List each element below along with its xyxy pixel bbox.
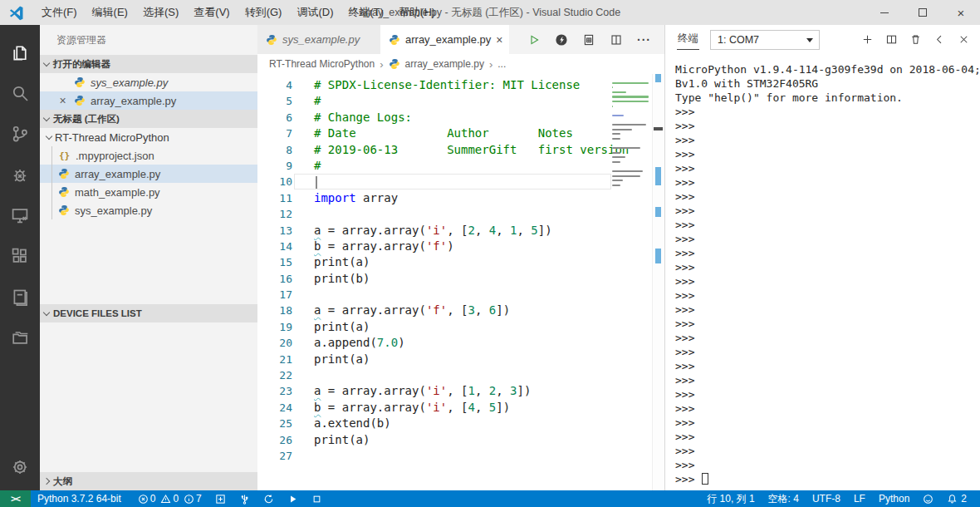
terminal-prompt-line: >>>: [675, 401, 980, 416]
menu-帮助(H)[interactable]: 帮助(H): [391, 5, 443, 20]
run-file-button[interactable]: [527, 33, 541, 47]
feedback-button[interactable]: [916, 494, 940, 505]
chevron-right-icon: [43, 478, 50, 485]
tree-file-math_example.py[interactable]: math_example.py: [40, 183, 257, 201]
settings-gear-icon[interactable]: [0, 446, 40, 487]
remote-indicator[interactable]: ><: [0, 490, 31, 507]
problems-item[interactable]: 0 0 7: [128, 490, 208, 507]
extensions-icon[interactable]: [0, 235, 40, 276]
device-monitor-icon[interactable]: [0, 194, 40, 235]
code-line-5[interactable]: 5#: [257, 93, 664, 109]
close-icon[interactable]: ×: [56, 95, 69, 106]
code-line-20[interactable]: 20a.append(7.0): [257, 335, 664, 351]
device-folders-icon[interactable]: [0, 317, 40, 357]
terminal-output[interactable]: MicroPython v1.9.4-114-g309fe39d on 2018…: [665, 54, 980, 490]
tab-sys-example[interactable]: sys_example.py: [257, 25, 380, 54]
code-line-8[interactable]: 8# 2019-06-13 SummerGift first version: [257, 142, 664, 158]
code-line-21[interactable]: 21print(a): [257, 352, 664, 367]
tree-file-.mpyproject.json[interactable]: {}.mpyproject.json: [40, 146, 257, 165]
stop-button[interactable]: [305, 490, 329, 507]
chevron-left-icon[interactable]: [933, 33, 946, 46]
tab-array-example[interactable]: array_example.py ×: [380, 25, 509, 54]
menu-调试(D)[interactable]: 调试(D): [289, 5, 341, 20]
open-editor-array_example.py[interactable]: ×array_example.py: [40, 91, 257, 110]
open-editors-header[interactable]: 打开的编辑器: [40, 55, 257, 73]
code-line-23[interactable]: 23a = array.array('i', [1, 2, 3]): [257, 383, 664, 399]
tab-terminal[interactable]: 终端: [677, 29, 699, 50]
code-line-17[interactable]: 17: [257, 287, 664, 303]
split-editor-button[interactable]: [610, 33, 623, 47]
menu-转到(G)[interactable]: 转到(G): [238, 5, 290, 20]
language-mode-item[interactable]: Python: [872, 493, 916, 505]
code-line-9[interactable]: 9#: [257, 158, 664, 174]
terminal-prompt-line: >>>: [675, 458, 980, 472]
code-editor[interactable]: 4# SPDX-License-Identifier: MIT License5…: [257, 74, 664, 490]
code-line-24[interactable]: 24b = array.array('i', [4, 5]): [257, 400, 664, 416]
indentation-item[interactable]: 空格: 4: [762, 492, 806, 506]
code-line-14[interactable]: 14b = array.array('f'): [257, 239, 664, 254]
code-line-25[interactable]: 25a.extend(b): [257, 416, 664, 431]
menu-选择(S)[interactable]: 选择(S): [135, 5, 186, 20]
tree-root-folder[interactable]: RT-Thread MicroPython: [40, 128, 257, 146]
cursor-position-item[interactable]: 行 10, 列 1: [700, 492, 761, 506]
new-terminal-icon[interactable]: [861, 33, 874, 46]
breadcrumb-file[interactable]: array_example.py: [405, 58, 484, 70]
minimize-button[interactable]: [865, 0, 904, 25]
terminal-port-select[interactable]: 1: COM7: [710, 30, 820, 50]
close-tab-icon[interactable]: ×: [496, 33, 502, 47]
open-editor-sys_example.py[interactable]: sys_example.py: [40, 73, 257, 91]
source-control-icon[interactable]: [0, 113, 40, 154]
add-device-button[interactable]: [208, 490, 233, 507]
debug-icon[interactable]: [0, 154, 40, 194]
menu-终端(T)[interactable]: 终端(T): [341, 5, 391, 20]
notifications-button[interactable]: 2: [940, 493, 973, 505]
code-line-15[interactable]: 15print(a): [257, 254, 664, 270]
terminal-prompt-line: >>>: [675, 444, 980, 458]
project-config-file-button[interactable]: [582, 33, 595, 47]
tree-file-array_example.py[interactable]: array_example.py: [40, 165, 257, 183]
breadcrumb-folder[interactable]: RT-Thread MicroPython: [269, 58, 375, 70]
split-terminal-icon[interactable]: [885, 33, 898, 46]
menu-查看(V)[interactable]: 查看(V): [186, 5, 237, 20]
code-line-4[interactable]: 4# SPDX-License-Identifier: MIT License: [257, 77, 664, 93]
sync-button[interactable]: [257, 490, 281, 507]
tree-file-sys_example.py[interactable]: sys_example.py: [40, 201, 257, 219]
minimize-icon: [880, 12, 889, 13]
flash-download-button[interactable]: [555, 33, 568, 47]
code-line-26[interactable]: 26print(a): [257, 432, 664, 448]
code-line-13[interactable]: 13a = array.array('i', [2, 4, 1, 5]): [257, 223, 664, 239]
python-interpreter-item[interactable]: Python 3.7.2 64-bit: [31, 490, 128, 507]
code-line-7[interactable]: 7# Date Author Notes: [257, 126, 664, 141]
eol-item[interactable]: LF: [847, 493, 872, 505]
code-line-18[interactable]: 18a = array.array('f', [3, 6]): [257, 303, 664, 318]
overview-ruler[interactable]: [652, 74, 664, 490]
terminal-header: 终端 1: COM7: [665, 25, 980, 54]
code-line-27[interactable]: 27: [257, 448, 664, 464]
menu-文件(F)[interactable]: 文件(F): [34, 5, 85, 20]
maximize-button[interactable]: [904, 0, 942, 25]
device-files-header[interactable]: DEVICE FILES LIST: [40, 304, 257, 322]
explorer-icon[interactable]: [0, 32, 40, 72]
breadcrumb-symbol[interactable]: ...: [497, 58, 506, 70]
usb-device-button[interactable]: [233, 490, 257, 507]
code-line-19[interactable]: 19print(a): [257, 319, 664, 335]
notebook-icon[interactable]: [0, 276, 40, 317]
menu-编辑(E)[interactable]: 编辑(E): [85, 5, 135, 20]
code-line-22[interactable]: 22: [257, 367, 664, 383]
code-line-6[interactable]: 6# Change Logs:: [257, 110, 664, 126]
encoding-item[interactable]: UTF-8: [806, 493, 847, 505]
kill-terminal-icon[interactable]: [909, 33, 922, 46]
code-line-11[interactable]: 11import array: [257, 190, 664, 206]
code-line-12[interactable]: 12: [257, 206, 664, 222]
outline-header[interactable]: 大纲: [40, 472, 257, 490]
minimap[interactable]: [612, 81, 650, 192]
more-actions-button[interactable]: ···: [637, 33, 651, 47]
search-icon[interactable]: [0, 72, 40, 113]
close-window-button[interactable]: ×: [942, 0, 980, 25]
workspace-header[interactable]: 无标题 (工作区): [40, 110, 257, 128]
code-line-16[interactable]: 16print(b): [257, 271, 664, 287]
code-line-10[interactable]: 10: [257, 174, 664, 190]
run-button[interactable]: [281, 490, 305, 507]
line-number: 21: [257, 352, 292, 367]
close-panel-icon[interactable]: [958, 33, 970, 46]
